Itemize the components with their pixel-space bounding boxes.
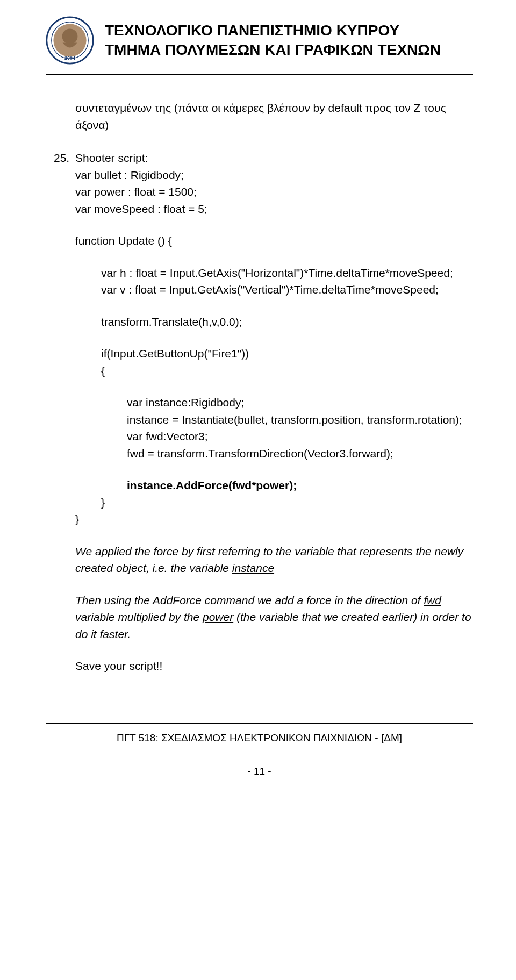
code-line: var power : float = 1500; [75,183,473,201]
code-block: var bullet : Rigidbody; var power : floa… [75,167,473,528]
code-line: if(Input.GetButtonUp("Fire1")) [75,345,473,362]
svg-point-3 [62,28,78,44]
code-line: fwd = transform.TransformDirection(Vecto… [75,445,473,462]
footer-course: ΠΓΤ 518: ΣΧΕΔΙΑΣΜΟΣ ΗΛΕΚΤΡΟΝΙΚΩΝ ΠΑΙΧΝΙΔ… [46,732,473,744]
intro-paragraph: συντεταγμένων της (πάντα οι κάμερες βλέπ… [75,99,473,133]
header-line-1: ΤΕΧΝΟΛΟΓΙΚΟ ΠΑΝΕΠΙΣΤΗΜΙΟ ΚΥΠΡΟΥ [105,21,441,40]
code-line: var h : float = Input.GetAxis("Horizonta… [75,264,473,282]
list-item-25: 25. Shooter script: [56,149,473,167]
explanation-note-1: We applied the force by first referring … [75,543,473,577]
code-line: function Update () { [75,232,473,249]
footer-divider [46,723,473,724]
code-line: var fwd:Vector3; [75,428,473,445]
header-divider [46,74,473,75]
save-instruction: Save your script!! [75,657,473,675]
code-line: } [75,494,473,511]
code-line: var instance:Rigidbody; [75,394,473,411]
code-line: var moveSpeed : float = 5; [75,201,473,218]
page-number: - 11 - [46,766,473,777]
svg-text:2004: 2004 [64,55,75,61]
university-logo-icon: 2004 [46,16,94,65]
header-title: ΤΕΧΝΟΛΟΓΙΚΟ ΠΑΝΕΠΙΣΤΗΜΙΟ ΚΥΠΡΟΥ ΤΜΗΜΑ ΠΟ… [105,21,441,60]
list-title: Shooter script: [75,152,148,164]
document-page: 2004 ΤΕΧΝΟΛΟΓΙΚΟ ΠΑΝΕΠΙΣΤΗΜΙΟ ΚΥΠΡΟΥ ΤΜΗ… [0,0,516,799]
code-line: var v : float = Input.GetAxis("Vertical"… [75,281,473,298]
code-line-bold: instance.AddForce(fwd*power); [75,477,473,494]
page-header: 2004 ΤΕΧΝΟΛΟΓΙΚΟ ΠΑΝΕΠΙΣΤΗΜΙΟ ΚΥΠΡΟΥ ΤΜΗ… [46,16,473,65]
code-line: transform.Translate(h,v,0.0); [75,313,473,331]
header-line-2: ΤΜΗΜΑ ΠΟΛΥΜΕΣΩΝ ΚΑΙ ΓΡΑΦΙΚΩΝ ΤΕΧΝΩΝ [105,40,441,60]
list-number: 25. [54,149,69,167]
explanation-note-2: Then using the AddForce command we add a… [75,592,473,643]
code-line: } [75,511,473,528]
code-line: instance = Instantiate(bullet, transform… [75,411,473,428]
code-line: var bullet : Rigidbody; [75,167,473,184]
code-line: { [75,362,473,380]
body-content: συντεταγμένων της (πάντα οι κάμερες βλέπ… [46,99,473,675]
